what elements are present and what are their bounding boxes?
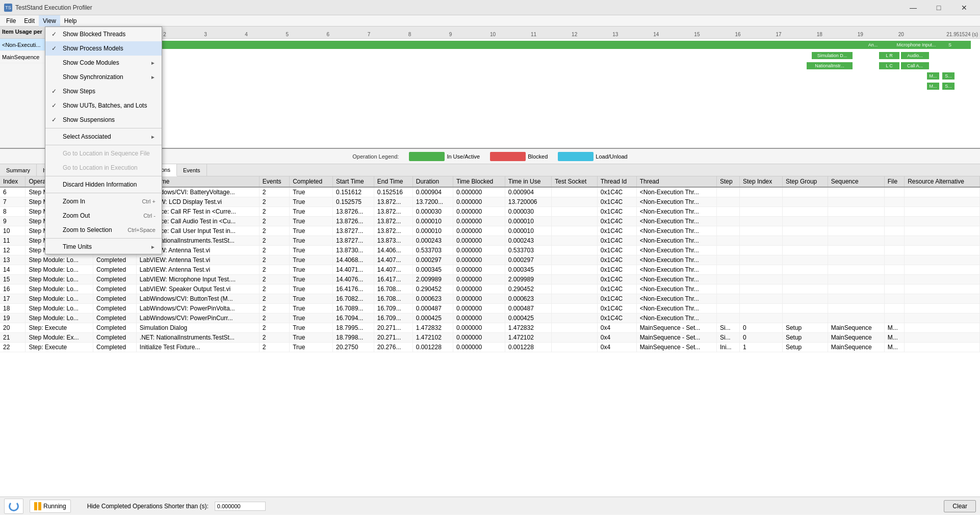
- menu-view[interactable]: View: [39, 15, 60, 27]
- maximize-button[interactable]: □: [927, 0, 950, 15]
- col-events[interactable]: Events: [259, 176, 289, 187]
- col-step[interactable]: Step: [716, 176, 739, 187]
- gantt-bar-m1[interactable]: M...: [927, 72, 939, 80]
- col-resource-alt[interactable]: Resource Alternative: [905, 176, 980, 187]
- tab-summary[interactable]: Summary: [0, 164, 37, 176]
- gantt-bar-m2[interactable]: M...: [927, 83, 939, 90]
- table-row[interactable]: 19Step Module: Lo...CompletedLabWindows/…: [0, 314, 980, 323]
- table-cell-file: M...: [884, 333, 904, 343]
- menu-item-select-associated[interactable]: Select Associated ►: [45, 129, 162, 144]
- col-step-group[interactable]: Step Group: [782, 176, 828, 187]
- label-show-suspensions: Show Suspensions: [63, 116, 156, 123]
- menu-item-discard-hidden[interactable]: Discard Hidden Information: [45, 177, 162, 192]
- menu-edit[interactable]: Edit: [20, 15, 39, 27]
- table-cell-thread: <Non-Execution Thr...: [636, 207, 716, 217]
- table-row[interactable]: 15Step Module: Lo...CompletedLabVIEW: Mi…: [0, 275, 980, 284]
- close-button[interactable]: ✕: [952, 0, 976, 15]
- spin-button[interactable]: [4, 499, 23, 514]
- table-cell-step: Ini...: [716, 343, 739, 352]
- col-test-socket[interactable]: Test Socket: [552, 176, 598, 187]
- table-row[interactable]: 18Step Module: Lo...CompletedLabWindows/…: [0, 304, 980, 314]
- menu-help[interactable]: Help: [60, 15, 81, 27]
- table-cell-thread: <Non-Execution Thr...: [636, 314, 716, 323]
- hide-completed-input[interactable]: [215, 502, 266, 511]
- col-file[interactable]: File: [884, 176, 904, 187]
- col-thread-id[interactable]: Thread Id: [597, 176, 636, 187]
- table-row[interactable]: 16Step Module: Lo...CompletedLabVIEW: Sp…: [0, 284, 980, 294]
- menu-item-zoom-selection[interactable]: Zoom to Selection Ctrl+Space: [45, 223, 162, 237]
- gantt-bar-s1[interactable]: S: [945, 41, 955, 49]
- table-cell-time-in-use: 1.472102: [505, 333, 551, 343]
- table-cell-test-socket: [552, 294, 598, 304]
- menu-item-zoom-in[interactable]: Zoom In Ctrl +: [45, 194, 162, 209]
- table-cell-thread-id: 0x1C4C: [597, 187, 636, 197]
- col-time-blocked[interactable]: Time Blocked: [453, 176, 505, 187]
- table-cell-start-time: 16.4176...: [332, 284, 374, 294]
- separator-4: [45, 193, 162, 193]
- gantt-bar-lr[interactable]: L R: [879, 52, 899, 59]
- legend-load-unload: Load/Unload: [558, 152, 627, 161]
- col-thread[interactable]: Thread: [636, 176, 716, 187]
- gantt-bar-s3[interactable]: S...: [942, 83, 955, 90]
- menu-file[interactable]: File: [2, 15, 20, 27]
- table-row[interactable]: 20Step: ExecuteCompletedSimulation Dialo…: [0, 323, 980, 333]
- table-cell-end-time: 0.152516: [374, 187, 412, 197]
- table-row[interactable]: 14Step Module: Lo...CompletedLabVIEW: An…: [0, 265, 980, 275]
- col-step-index[interactable]: Step Index: [739, 176, 782, 187]
- table-cell-duration: 0.000345: [412, 265, 453, 275]
- table-cell-state: Completed: [93, 304, 137, 314]
- table-cell-index: 19: [0, 314, 25, 323]
- menu-item-show-blocked-threads[interactable]: ✓ Show Blocked Threads: [45, 27, 162, 41]
- menu-item-time-units[interactable]: Time Units ►: [45, 240, 162, 254]
- gantt-bar-lcd-display[interactable]: D Display Test.vi: [82, 41, 971, 49]
- gantt-bar-lc[interactable]: L C: [879, 62, 899, 69]
- gantt-bar-s2[interactable]: S...: [942, 72, 955, 80]
- table-row[interactable]: 22Step: ExecuteCompletedInitialize Test …: [0, 343, 980, 352]
- gantt-bar-sim-d[interactable]: Simulation D...: [812, 52, 853, 59]
- menu-item-show-code-modules[interactable]: Show Code Modules ►: [45, 56, 162, 70]
- col-time-in-use[interactable]: Time in Use: [505, 176, 551, 187]
- minimize-button[interactable]: —: [901, 0, 925, 15]
- ruler-tick-2: 2: [163, 32, 166, 37]
- table-cell-index: 22: [0, 343, 25, 352]
- menu-item-show-suspensions[interactable]: ✓ Show Suspensions: [45, 113, 162, 127]
- menu-item-show-steps[interactable]: ✓ Show Steps: [45, 84, 162, 98]
- clear-button[interactable]: Clear: [944, 500, 976, 512]
- gantt-bar-mic[interactable]: Microphone Input...: [888, 41, 944, 49]
- menu-item-show-sync[interactable]: Show Synchronization ►: [45, 70, 162, 84]
- table-cell-thread-id: 0x1C4C: [597, 304, 636, 314]
- table-cell-file: [884, 255, 904, 265]
- gantt-bar-audio[interactable]: Audio...: [901, 52, 929, 59]
- table-cell-completed: True: [290, 294, 333, 304]
- menu-item-show-process-models[interactable]: ✓ Show Process Models: [45, 41, 162, 56]
- table-row[interactable]: 17Step Module: Lo...CompletedLabWindows/…: [0, 294, 980, 304]
- pause-button[interactable]: Running: [30, 500, 71, 513]
- col-index[interactable]: Index: [0, 176, 25, 187]
- table-cell-events: 2: [259, 246, 289, 255]
- col-sequence[interactable]: Sequence: [828, 176, 884, 187]
- tab-events[interactable]: Events: [177, 164, 207, 176]
- gantt-bar-national[interactable]: NationalInstr...: [807, 62, 853, 69]
- table-cell-sequence: [828, 314, 884, 323]
- table-cell-completed: True: [290, 246, 333, 255]
- gantt-bar-call-a[interactable]: Call A...: [901, 62, 929, 69]
- table-cell-sequence: [828, 255, 884, 265]
- gantt-bar-an[interactable]: An...: [858, 41, 888, 49]
- col-completed[interactable]: Completed: [290, 176, 333, 187]
- table-row[interactable]: 13Step Module: Lo...CompletedLabVIEW: An…: [0, 255, 980, 265]
- menu-item-zoom-out[interactable]: Zoom Out Ctrl -: [45, 209, 162, 223]
- col-duration[interactable]: Duration: [412, 176, 453, 187]
- table-cell-duration: 13.7200...: [412, 197, 453, 207]
- col-end-time[interactable]: End Time: [374, 176, 412, 187]
- table-row[interactable]: 21Step Module: Ex...Completed.NET: Natio…: [0, 333, 980, 343]
- table-cell-start-time: 14.4076...: [332, 275, 374, 284]
- table-cell-step-index: [739, 314, 782, 323]
- table-cell-index: 13: [0, 255, 25, 265]
- col-start-time[interactable]: Start Time: [332, 176, 374, 187]
- menu-item-show-uuts[interactable]: ✓ Show UUTs, Batches, and Lots: [45, 98, 162, 113]
- check-show-uuts: ✓: [51, 102, 59, 109]
- table-cell-end-time: 16.709...: [374, 314, 412, 323]
- table-cell-file: M...: [884, 323, 904, 333]
- table-cell-step-index: [739, 284, 782, 294]
- run-bar-1: [34, 502, 37, 510]
